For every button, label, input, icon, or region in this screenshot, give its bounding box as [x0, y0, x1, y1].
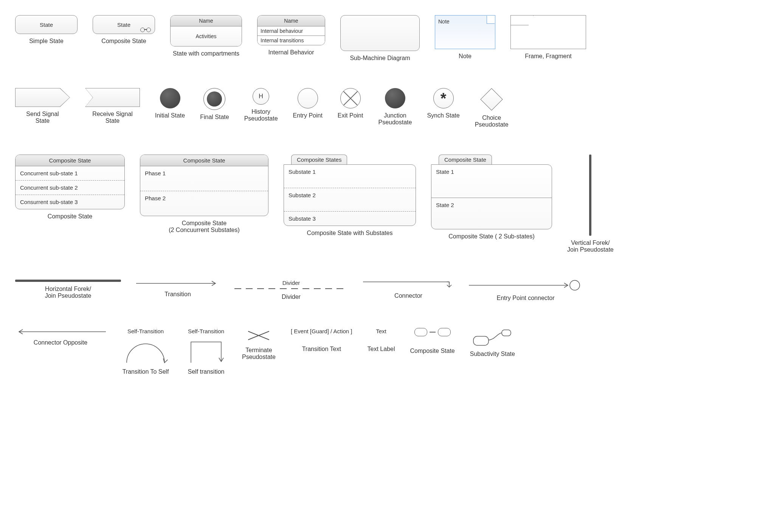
self1-icon — [121, 338, 170, 365]
comp2-shape: Composite State Phase 1 Phase 2 — [140, 155, 268, 216]
terminate-caption: Terminate Pseudostate — [242, 347, 276, 360]
transition-to-self: Self-Transition Transition To Self — [121, 328, 170, 375]
svg-rect-7 — [473, 336, 489, 345]
text-word: Text — [376, 328, 386, 334]
entry-point: Entry Point — [293, 88, 323, 119]
junction-icon — [385, 88, 405, 108]
submachine-caption: Sub-Machine Diagram — [350, 55, 410, 62]
entry-caption: Entry Point — [293, 112, 323, 119]
intbeh-r1: Internal behaviour — [258, 26, 325, 36]
composite-state-simple: State Composite State — [93, 15, 155, 45]
comp3-title: Composite State — [16, 155, 124, 166]
comp2-title: Composite State — [140, 155, 268, 166]
state-compartments: Name Activities State with compartments — [170, 15, 242, 57]
divider: Divider Divider — [234, 280, 348, 300]
row-5: Connector Opposite Self-Transition Trans… — [15, 328, 742, 375]
entry-point-icon — [298, 88, 318, 108]
note-caption: Note — [459, 53, 472, 60]
comp-two-caption: Composite State ( 2 Sub-states) — [448, 233, 535, 240]
vertical-fork-icon — [589, 155, 591, 236]
compart-activities: Activities — [171, 26, 242, 46]
self1-caption: Transition To Self — [123, 368, 169, 375]
intbeh-name: Name — [258, 15, 325, 26]
horizontal-fork: Horizontal Forek/ Join Pseudostate — [15, 280, 121, 299]
transition-arrow: Transition — [136, 280, 219, 298]
final-state: Final State — [200, 88, 229, 121]
compart-name: Name — [171, 15, 242, 26]
exit-point-icon — [340, 88, 361, 108]
send-signal-caption: Send Signal State — [26, 111, 59, 124]
choice-caption: Choice Pseudostate — [475, 114, 509, 128]
composite-2regions: Composite State Phase 1 Phase 2 Composit… — [140, 155, 268, 234]
synch-caption: Synch State — [427, 112, 459, 119]
simple-state-shape: State — [15, 15, 78, 34]
vfork-caption: Vertical Forek/ Join Pseudostate — [567, 240, 614, 253]
choice-pseudostate: Choice Pseudostate — [475, 88, 509, 128]
subactivity-icon — [472, 328, 513, 347]
send-signal-shape — [15, 88, 70, 107]
final-state-icon — [203, 88, 225, 110]
row-1: State Simple State State Composite State… — [15, 15, 742, 62]
comp-two-body: State 1 State 2 — [431, 164, 552, 229]
svg-point-5 — [570, 280, 580, 290]
comp-sub-r3: Substate 3 — [284, 212, 416, 226]
receive-signal-caption: Receive Signal State — [92, 111, 133, 124]
comp3-shape: Composite State Concurrent sub-state 1 C… — [15, 155, 125, 209]
comp-two-tab: Composite State — [439, 155, 492, 164]
synch-state: * Synch State — [427, 88, 459, 119]
self-transition: Self-Transition Self transition — [185, 328, 227, 375]
history-caption: History Pseudostate — [244, 108, 278, 122]
comp-sub-tab: Composite States — [291, 155, 347, 164]
subactivity-caption: Subactivity State — [470, 351, 515, 357]
divider-caption: Divider — [282, 294, 301, 300]
junction-pseudostate: Junction Pseudostate — [378, 88, 412, 126]
terminate-icon — [247, 328, 270, 343]
connector-icon — [363, 280, 454, 289]
compart-caption: State with compartments — [173, 50, 239, 57]
sub-machine: Sub-Machine Diagram — [340, 15, 420, 62]
composite-state-shape: State — [93, 15, 155, 34]
intbeh-r2: Internal transitions — [258, 36, 325, 45]
initial-state: Initial State — [155, 88, 185, 119]
row-4: Horizontal Forek/ Join Pseudostate Trans… — [15, 280, 742, 302]
simple-state: State Simple State — [15, 15, 78, 45]
subactivity-state: Subactivity State — [470, 328, 515, 357]
text-label: Text Text Label — [368, 328, 395, 353]
intbeh-caption: Internal Behavior — [268, 49, 314, 56]
history-icon: H — [253, 88, 269, 105]
comp3-r2: Concurrent sub-state 2 — [16, 181, 124, 195]
history-pseudostate: H History Pseudostate — [244, 88, 278, 122]
self2-icon — [185, 338, 227, 365]
row-3: Composite State Concurrent sub-state 1 C… — [15, 155, 742, 253]
comp-two-wrapper: Composite State State 1 State 2 — [431, 155, 552, 229]
internal-behavior: Name Internal behaviour Internal transit… — [257, 15, 325, 56]
note-fold-icon — [487, 15, 495, 24]
comp-two-r2: State 2 — [431, 198, 552, 229]
simple-state-label: State — [40, 22, 53, 28]
text-label-caption: Text Label — [368, 346, 395, 353]
row-2: Send Signal State Receive Signal State I… — [15, 88, 742, 128]
trans-text-caption: Transition Text — [302, 346, 341, 353]
composite-substates: Composite States Substate 1 Substate 2 S… — [284, 155, 416, 237]
junction-caption: Junction Pseudostate — [378, 112, 412, 126]
choice-icon — [480, 88, 503, 111]
divider-inline-label: Divider — [282, 280, 300, 286]
send-signal: Send Signal State — [15, 88, 70, 124]
trans-expr: [ Event [Guard] / Action ] — [291, 328, 352, 334]
comp-sub-wrapper: Composite States Substate 1 Substate 2 S… — [284, 155, 416, 226]
horizontal-fork-icon — [15, 280, 121, 282]
composite-state-caption: Composite State — [101, 38, 146, 45]
connector-opposite: Connector Opposite — [15, 328, 106, 346]
comp2-r2: Phase 2 — [140, 191, 268, 216]
divider-shape: Divider — [234, 280, 348, 290]
composite-3regions: Composite State Concurrent sub-state 1 C… — [15, 155, 125, 220]
comp-sub-caption: Composite State with Substates — [307, 230, 393, 237]
synch-icon: * — [433, 88, 454, 108]
comp3-r1: Concurrent sub-state 1 — [16, 166, 124, 181]
note-shape: Note — [435, 15, 495, 49]
transition-text: [ Event [Guard] / Action ] Transition Te… — [291, 328, 352, 353]
comp-sub-r2: Substate 2 — [284, 188, 416, 212]
entry-conn-caption: Entry Point connector — [497, 295, 555, 302]
connector-caption: Connector — [394, 292, 422, 299]
initial-caption: Initial State — [155, 112, 185, 119]
